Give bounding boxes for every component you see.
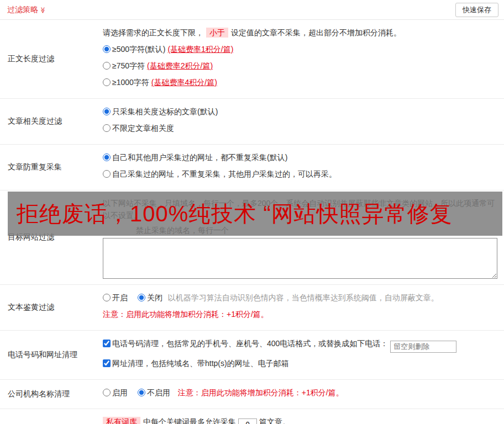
page-title[interactable]: 过滤策略≫ [7,5,46,15]
chevron-down-icon: ≫ [39,7,46,13]
section-label: 关键词防重复采集 [0,409,98,424]
max-articles-input[interactable] [238,418,257,424]
section-label: 文章相关度过滤 [0,99,98,144]
keyword-line1-text: 中每个关键词最多允许采集 [143,417,236,424]
section-label: 文章防重复采集 [0,145,98,190]
length-intro-before: 请选择需求的正文长度下限， [103,28,203,37]
dedup-option-self-only[interactable]: 自己采集过的网址，不重复采集，其他用户采集过的，可以再采。 [103,169,337,178]
relevance-option-any[interactable]: 不限定文章相关度 [103,124,174,132]
keyword-line1-tail: 篇文章。 [259,417,290,424]
length-option-1000-label: ≥1000字符 [112,78,149,87]
phone-cleanup-option[interactable]: 电话号码清理，包括常见的手机号、座机号、400电话格式，或替换成如下电话： [103,339,388,348]
porn-option-off-label: 关闭 [147,293,162,302]
porn-note: 注意：启用此功能将增加积分消耗：+1积分/篇。 [103,308,500,320]
section-keyword-dedup: 关键词防重复采集 私有词库中每个关键词最多允许采集篇文章。 如果留空或设为0，则… [0,409,504,424]
page-title-text: 过滤策略 [7,5,38,14]
company-option-on-label: 启用 [112,388,128,397]
private-lexicon-badge: 私有词库 [103,417,140,424]
company-option-off[interactable]: 不启用 [138,388,170,397]
section-label: 文本鉴黄过滤 [0,285,98,330]
porn-radio-off[interactable] [138,294,145,301]
relevance-option-strict[interactable]: 只采集相关度达标的文章(默认) [103,107,218,116]
company-radio-off[interactable] [138,389,145,396]
length-option-750[interactable]: ≥750字符 [103,61,145,70]
url-cleanup-label: 网址清理，包括纯域名、带http(s)的网址、电子邮箱 [112,359,289,368]
company-radio-on[interactable] [103,389,111,396]
length-option-500[interactable]: ≥500字符(默认) [103,45,165,54]
watermark-banner: 拒绝废话，100%纯技术 “网站快照异常修复 [8,192,502,236]
phone-cleanup-label: 电话号码清理，包括常见的手机号、座机号、400电话格式，或替换成如下电话： [112,339,388,348]
length-radio-1000[interactable] [103,78,111,86]
dedup-radio-self-only[interactable] [103,170,111,178]
length-intro-after: 设定值的文章不采集，超出部分不增加积分消耗。 [231,28,401,37]
less-than-badge: 小于 [206,28,228,38]
top-bar: 过滤策略≫ 快速保存 [0,0,504,20]
length-option-1000[interactable]: ≥1000字符 [103,78,149,87]
dedup-option-all-users[interactable]: 自己和其他用户采集过的网址，都不重复采集(默认) [103,153,287,162]
company-note: 注意：启用此功能将增加积分消耗：+1积分/篇。 [178,388,344,397]
section-dedup-collect: 文章防重复采集 自己和其他用户采集过的网址，都不重复采集(默认) 自己采集过的网… [0,145,504,190]
company-option-off-label: 不启用 [147,388,170,397]
watermark-text: 拒绝废话，100%纯技术 “网站快照异常修复 [17,199,453,229]
section-label: 公司机构名称清理 [0,380,98,409]
dedup-option-self-only-label: 自己采集过的网址，不重复采集，其他用户采集过的，可以再采。 [112,169,337,178]
phone-cleanup-checkbox[interactable] [103,340,111,347]
quick-save-button[interactable]: 快速保存 [455,3,498,17]
dedup-radio-all-users[interactable] [103,153,111,161]
section-phone-url-cleanup: 电话号码和网址清理 电话号码清理，包括常见的手机号、座机号、400电话格式，或替… [0,331,504,380]
company-option-on[interactable]: 启用 [103,388,128,397]
porn-option-off[interactable]: 关闭 [138,293,162,302]
length-radio-500[interactable] [103,45,111,53]
blocked-domains-textarea[interactable] [103,238,497,279]
relevance-radio-strict[interactable] [103,108,111,115]
relevance-option-any-label: 不限定文章相关度 [112,124,174,132]
relevance-option-strict-label: 只采集相关度达标的文章(默认) [112,107,218,116]
dedup-option-all-users-label: 自己和其他用户采集过的网址，都不重复采集(默认) [112,153,287,162]
length-option-500-label: ≥500字符(默认) [112,45,165,54]
porn-desc: 以机器学习算法自动识别色情内容，当色情概率达到系统阈值，自动屏蔽文章。 [168,293,439,302]
length-intro: 请选择需求的正文长度下限，小于设定值的文章不采集，超出部分不增加积分消耗。 [103,26,500,39]
porn-radio-on[interactable] [103,294,111,301]
replacement-phone-input[interactable] [390,341,456,353]
section-label: 电话号码和网址清理 [0,331,98,379]
fee-rate-link-2[interactable]: (基础费率2积分/篇) [147,61,213,70]
section-company-name-cleanup: 公司机构名称清理 启用 不启用 注意：启用此功能将增加积分消耗：+1积分/篇。 [0,380,504,409]
porn-option-on[interactable]: 开启 [103,293,128,302]
section-body-length-filter: 正文长度过滤 请选择需求的正文长度下限，小于设定值的文章不采集，超出部分不增加积… [0,20,504,99]
porn-option-on-label: 开启 [112,293,128,302]
section-porn-filter: 文本鉴黄过滤 开启 关闭 以机器学习算法自动识别色情内容，当色情概率达到系统阈值… [0,285,504,331]
section-label: 正文长度过滤 [0,20,98,98]
length-option-750-label: ≥750字符 [112,61,145,70]
url-cleanup-option[interactable]: 网址清理，包括纯域名、带http(s)的网址、电子邮箱 [103,359,289,368]
relevance-radio-any[interactable] [103,124,111,132]
fee-rate-link-3[interactable]: (基础费率4积分/篇) [151,78,217,87]
fee-rate-link-1[interactable]: (基础费率1积分/篇) [167,45,233,54]
length-radio-750[interactable] [103,62,111,70]
section-relevance-filter: 文章相关度过滤 只采集相关度达标的文章(默认) 不限定文章相关度 [0,99,504,145]
url-cleanup-checkbox[interactable] [103,359,111,367]
